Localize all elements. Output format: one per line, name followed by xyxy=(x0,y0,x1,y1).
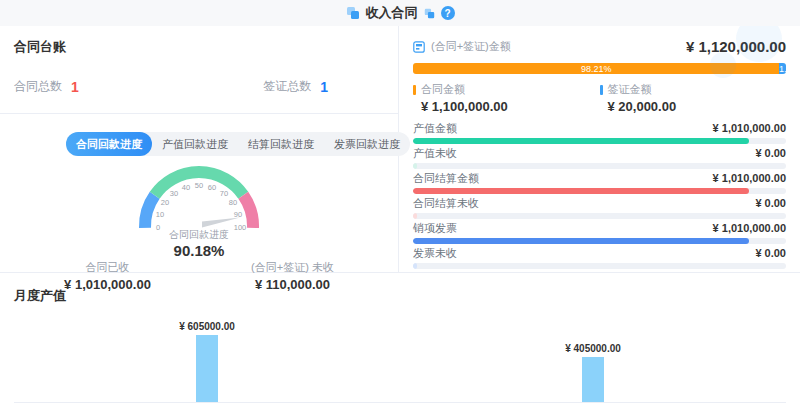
decor-circle xyxy=(710,52,736,78)
visa-total-value: 1 xyxy=(320,79,328,95)
visa-amount-chip xyxy=(600,85,603,95)
contract-total-value: 1 xyxy=(71,79,79,95)
unreceived-value: ¥ 110,000.00 xyxy=(251,277,334,292)
metric-row-settlement-unpaid: 合同结算未收 ¥ 0.00 xyxy=(413,197,786,219)
help-icon[interactable]: ? xyxy=(441,6,455,20)
metric-row-settlement-amount: 合同结算金额 ¥ 1,010,000.00 xyxy=(413,172,786,194)
gauge-segment-low xyxy=(145,195,155,228)
documents-icon xyxy=(346,6,360,20)
metric-bar-track xyxy=(413,238,786,244)
bar-value-label: ¥ 605000.00 xyxy=(179,321,235,332)
metric-value: ¥ 0.00 xyxy=(755,247,786,260)
visa-amount: 签证金额 ¥ 20,000.00 xyxy=(600,82,787,114)
visa-total: 签证总数 1 xyxy=(263,78,328,95)
svg-text:90: 90 xyxy=(234,210,242,219)
metric-label: 合同结算未收 xyxy=(413,197,479,210)
metric-row-output-amount: 产值金额 ¥ 1,010,000.00 xyxy=(413,122,786,144)
metric-bar-fill xyxy=(413,163,417,169)
bar-value-label: ¥ 405000.00 xyxy=(565,343,621,354)
ledger-panel: 合同台账 合同总数 1 签证总数 1 合同回款进度 产值回款进度 结算回款进度 … xyxy=(0,26,399,272)
visa-ratio-label: 1. xyxy=(779,64,786,74)
svg-text:100: 100 xyxy=(234,223,247,232)
progress-tabs: 合同回款进度 产值回款进度 结算回款进度 发票回款进度 xyxy=(66,132,410,156)
ledger-divider xyxy=(0,113,398,114)
metric-bar-track xyxy=(413,263,786,269)
x-tick-august: 8月 xyxy=(400,403,786,409)
metric-bar-fill xyxy=(413,213,417,219)
tab-invoice-collection[interactable]: 发票回款进度 xyxy=(324,132,410,156)
amount-legend: 合同金额 ¥ 1,100,000.00 签证金额 ¥ 20,000.00 xyxy=(413,82,786,114)
decor-circle xyxy=(736,26,782,62)
income-contract-dashboard: 收入合同 ? 合同台账 合同总数 1 签证总数 1 合同回款进度 xyxy=(0,0,800,409)
gauge-value: 90.18% xyxy=(69,242,329,259)
metric-bar-track xyxy=(413,213,786,219)
page-header: 收入合同 ? xyxy=(0,0,800,26)
amount-icon xyxy=(413,41,425,53)
contract-amount: 合同金额 ¥ 1,100,000.00 xyxy=(413,82,600,114)
contract-amount-label: 合同金额 xyxy=(421,82,465,97)
tab-output-collection[interactable]: 产值回款进度 xyxy=(152,132,238,156)
svg-text:50: 50 xyxy=(195,181,203,190)
contract-amount-chip xyxy=(413,85,416,95)
metric-label: 产值金额 xyxy=(413,122,457,135)
metric-value: ¥ 0.00 xyxy=(755,147,786,160)
svg-text:60: 60 xyxy=(208,183,216,192)
received-stat: 合同已收 ¥ 1,010,000.00 xyxy=(64,260,151,292)
visa-amount-value: ¥ 20,000.00 xyxy=(600,99,787,114)
tab-settlement-collection[interactable]: 结算回款进度 xyxy=(238,132,324,156)
metric-label: 销项发票 xyxy=(413,222,457,235)
metric-label: 合同结算金额 xyxy=(413,172,479,185)
ledger-title: 合同台账 xyxy=(14,38,384,56)
metric-value: ¥ 1,010,000.00 xyxy=(713,222,786,235)
metric-bar-fill xyxy=(413,138,749,144)
metric-row-output-invoice: 销项发票 ¥ 1,010,000.00 xyxy=(413,222,786,244)
svg-text:80: 80 xyxy=(229,198,237,207)
amount-panel: (合同+签证)金额 ¥ 1,120,000.00 98.21% 1. 合同金额 xyxy=(399,26,800,272)
bar-group-august: ¥ 405000.00 xyxy=(400,343,786,402)
contract-ratio-label: 98.21% xyxy=(581,64,612,74)
visa-ratio-segment: 1. xyxy=(779,63,786,74)
metric-bar-fill xyxy=(413,263,417,269)
monthly-bar-chart: ¥ 605000.00 ¥ 405000.00 xyxy=(14,311,786,403)
metric-rows: 产值金额 ¥ 1,010,000.00 产值未收 ¥ 0.00 xyxy=(413,122,786,269)
metric-row-output-unpaid: 产值未收 ¥ 0.00 xyxy=(413,147,786,169)
contract-total-label: 合同总数 xyxy=(14,78,62,95)
metric-bar-track xyxy=(413,163,786,169)
tab-contract-collection[interactable]: 合同回款进度 xyxy=(66,132,152,156)
svg-text:40: 40 xyxy=(182,183,190,192)
visa-total-label: 签证总数 xyxy=(263,78,311,95)
bar-july xyxy=(196,335,218,402)
svg-text:20: 20 xyxy=(161,198,169,207)
metric-bar-track xyxy=(413,188,786,194)
metric-value: ¥ 1,010,000.00 xyxy=(713,172,786,185)
collection-gauge: 0 10 20 30 40 50 60 70 80 90 100 合同回款进度 xyxy=(69,164,329,259)
x-axis-labels: 7月 8月 xyxy=(14,403,786,409)
metric-label: 发票未收 xyxy=(413,247,457,260)
metric-label: 产值未收 xyxy=(413,147,457,160)
received-label: 合同已收 xyxy=(64,260,151,275)
summary-label: (合同+签证)金额 xyxy=(431,39,511,54)
contract-total: 合同总数 1 xyxy=(14,78,79,95)
ledger-counts: 合同总数 1 签证总数 1 xyxy=(14,78,384,95)
metric-bar-fill xyxy=(413,188,749,194)
page-title: 收入合同 xyxy=(366,4,418,22)
gauge-stats: 合同已收 ¥ 1,010,000.00 (合同+签证) 未收 ¥ 110,000… xyxy=(14,260,384,292)
contract-amount-value: ¥ 1,100,000.00 xyxy=(413,99,600,114)
x-tick-july: 7月 xyxy=(14,403,400,409)
received-value: ¥ 1,010,000.00 xyxy=(64,277,151,292)
bar-august xyxy=(582,357,604,402)
gauge-chart: 0 10 20 30 40 50 60 70 80 90 100 合同回款进度 xyxy=(69,164,329,240)
metric-value: ¥ 1,010,000.00 xyxy=(713,122,786,135)
visa-amount-label: 签证金额 xyxy=(608,82,652,97)
svg-text:10: 10 xyxy=(156,210,164,219)
unreceived-stat: (合同+签证) 未收 ¥ 110,000.00 xyxy=(251,260,334,292)
summary-header: (合同+签证)金额 ¥ 1,120,000.00 xyxy=(413,38,786,55)
monthly-output-section: 月度产值 ¥ 605000.00 ¥ 405000.00 7月 8月 xyxy=(0,273,800,409)
svg-text:30: 30 xyxy=(170,189,178,198)
metric-value: ¥ 0.00 xyxy=(755,197,786,210)
metric-bar-track xyxy=(413,138,786,144)
metric-bar-fill xyxy=(413,238,749,244)
metric-row-invoice-unpaid: 发票未收 ¥ 0.00 xyxy=(413,247,786,269)
documents-small-icon xyxy=(424,8,435,19)
main-area: 合同台账 合同总数 1 签证总数 1 合同回款进度 产值回款进度 结算回款进度 … xyxy=(0,26,800,273)
